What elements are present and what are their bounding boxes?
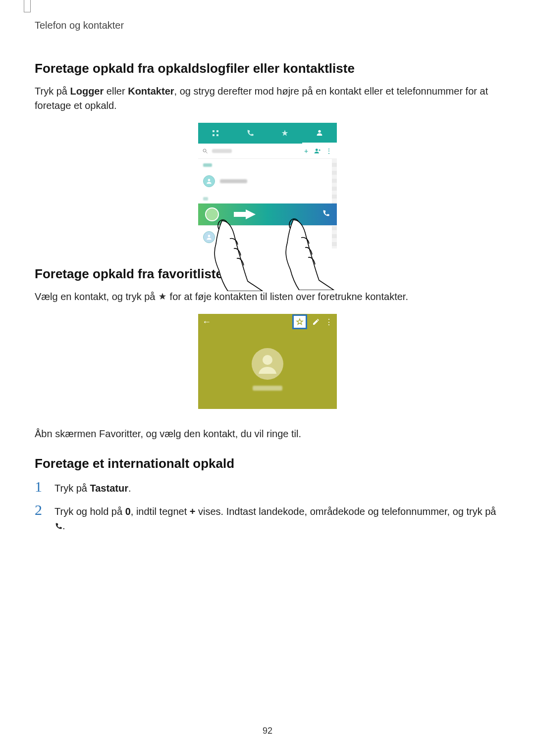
contact-name-blur	[220, 179, 247, 183]
svg-rect-9	[234, 212, 246, 217]
figure-favorite-card: ← ⋮	[35, 314, 500, 409]
breadcrumb: Telefon og kontakter	[35, 20, 500, 31]
svg-point-4	[318, 130, 321, 133]
text: vises. Indtast landekode, områdekode og …	[195, 506, 496, 517]
para-3: Åbn skærmen Favoritter, og vælg den kont…	[35, 427, 500, 441]
step-1: 1 Tryk på Tastatur.	[35, 479, 500, 496]
swipe-arrow-icon	[234, 209, 257, 219]
svg-point-13	[263, 355, 272, 365]
add-contact-icon	[314, 148, 321, 154]
svg-rect-1	[216, 130, 218, 132]
svg-line-6	[206, 152, 208, 153]
text: Tryk og hold på	[54, 506, 125, 517]
avatar	[203, 175, 215, 187]
text: Vælg en kontakt, og tryk på	[35, 291, 158, 302]
text-bold: Logger	[70, 86, 104, 97]
search-placeholder-blur	[212, 149, 232, 153]
text: Tryk på	[54, 483, 90, 494]
text: , indtil tegnet	[131, 506, 190, 517]
heading-international-call: Foretage et internationalt opkald	[35, 456, 500, 471]
text-bold: +	[190, 506, 196, 517]
text-bold: Kontakter	[128, 86, 174, 97]
favorite-toggle-highlight	[292, 314, 307, 329]
avatar	[203, 231, 215, 243]
fig1-tabbar	[198, 123, 337, 144]
fig1-searchbar: + ⋮	[198, 144, 337, 159]
phone-icon	[54, 522, 62, 530]
svg-rect-2	[213, 134, 214, 136]
heading-calls-from-favorites: Foretage opkald fra favoritlisten	[35, 266, 500, 282]
text-bold: 0	[125, 506, 131, 517]
text: .	[62, 520, 65, 531]
text-bold: Tastatur	[90, 483, 128, 494]
contact-name-blur	[253, 386, 282, 391]
svg-point-10	[208, 235, 211, 237]
search-icon	[202, 148, 208, 154]
more-icon: ⋮	[325, 147, 333, 155]
page-number: 92	[0, 726, 535, 736]
page-tab-mark	[24, 0, 31, 12]
text: for at føje kontakten til listen over fo…	[167, 291, 408, 302]
step-text: Tryk på Tastatur.	[54, 479, 131, 496]
edit-icon	[312, 318, 320, 326]
swipe-row	[198, 203, 337, 225]
fig1-tab-keypad	[198, 123, 233, 144]
star-outline-icon	[296, 318, 304, 326]
text: Tryk på	[35, 86, 70, 97]
list-item	[198, 225, 337, 249]
avatar-large	[252, 348, 283, 380]
fig1-contacts-list	[198, 159, 337, 249]
step-number: 1	[35, 479, 47, 496]
step-text: Tryk og hold på 0, indtil tegnet + vises…	[54, 503, 500, 533]
star-icon	[281, 129, 289, 137]
fig2-header: ← ⋮	[198, 314, 337, 330]
fig1-tab-contacts	[302, 123, 337, 144]
text: .	[128, 483, 131, 494]
para-1: Tryk på Logger eller Kontakter, og stryg…	[35, 84, 500, 113]
svg-rect-3	[216, 134, 218, 136]
heading-calls-from-logs: Foretage opkald fra opkaldslogfiler elle…	[35, 61, 500, 76]
svg-point-7	[316, 149, 318, 151]
fig2-body	[198, 330, 337, 409]
svg-rect-0	[213, 130, 214, 132]
back-icon: ←	[202, 317, 211, 327]
svg-point-8	[208, 179, 211, 181]
more-icon: ⋮	[325, 317, 333, 327]
list-item	[198, 170, 337, 193]
person-icon	[206, 178, 213, 185]
person-icon	[316, 129, 323, 137]
step-number: 2	[35, 503, 47, 533]
person-icon	[206, 234, 213, 241]
person-icon	[256, 352, 279, 376]
text: eller	[104, 86, 128, 97]
list-group-header	[198, 193, 337, 203]
para-2: Vælg en kontakt, og tryk på for at føje …	[35, 290, 500, 304]
fig1-tab-logs	[233, 123, 268, 144]
add-icon: +	[302, 147, 310, 155]
avatar	[205, 207, 219, 221]
figure-swipe-to-call: + ⋮	[35, 123, 500, 249]
fig1-tab-favorites	[268, 123, 302, 144]
phone-log-icon	[246, 129, 254, 137]
step-2: 2 Tryk og hold på 0, indtil tegnet + vis…	[35, 503, 500, 533]
star-icon	[158, 292, 167, 301]
phone-icon	[322, 209, 330, 219]
svg-point-5	[203, 149, 206, 152]
list-group-header	[198, 159, 337, 170]
keypad-icon	[212, 129, 219, 137]
